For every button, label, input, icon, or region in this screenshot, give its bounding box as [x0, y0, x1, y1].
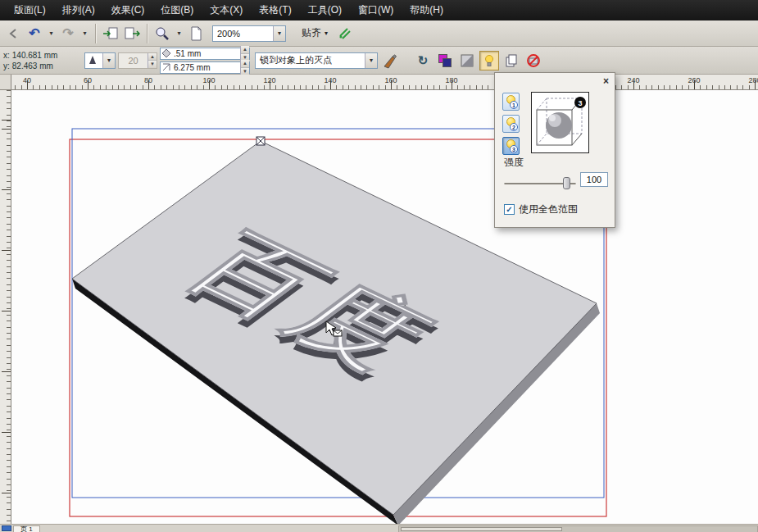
undo-icon: ↶ — [29, 27, 39, 40]
clear-extrude-icon — [526, 53, 541, 68]
menu-item-8[interactable]: 窗口(W) — [351, 1, 401, 20]
import-icon — [102, 26, 119, 41]
lighting-preview-cube: 3 — [532, 93, 588, 152]
zoom-level-dropdown[interactable]: ▾ — [273, 26, 285, 41]
menu-item-9[interactable]: 帮助(H) — [402, 1, 451, 20]
outline-preset-dropdown[interactable]: ▾ — [84, 52, 116, 69]
snap-label: 贴齐 — [302, 26, 321, 40]
vanishing-point-combo[interactable]: 锁到对象上的灭点 ▾ — [255, 52, 378, 69]
standard-toolbar: ↶ ▾ ↷ ▾ ▾ — [0, 20, 758, 47]
property-bar: x: 140.681 mm y: 82.463 mm ▾ 20 ▲▼ .51 m… — [0, 47, 758, 75]
horizontal-ruler[interactable]: 406080100120140160180200220240260280 — [0, 75, 758, 90]
light-buttons: 123 — [502, 93, 520, 155]
undo-button[interactable]: ↶ — [25, 24, 44, 43]
preset-spinner-value: 20 — [119, 56, 148, 66]
page-nav-icon[interactable] — [2, 525, 11, 531]
light-2-button[interactable]: 2 — [502, 115, 520, 133]
intensity-slider[interactable] — [504, 177, 576, 189]
light-1-button[interactable]: 1 — [502, 93, 520, 111]
menu-item-1[interactable]: 版面(L) — [7, 1, 53, 20]
zoom-tool-dropdown[interactable]: ▾ — [174, 25, 184, 43]
intensity-input[interactable] — [580, 172, 608, 187]
vanishing-point-arrow[interactable]: ▾ — [365, 53, 377, 68]
zoom-level-value: 200% — [213, 29, 273, 39]
light-3-button[interactable]: 3 — [502, 137, 520, 155]
redo-button[interactable]: ↷ — [58, 24, 78, 43]
preset-spinner[interactable]: 20 ▲▼ — [118, 52, 157, 69]
ruler-label-160: 160 — [384, 76, 397, 84]
canvas[interactable]: 百度 百度 — [0, 90, 758, 524]
ruler-label-260: 260 — [688, 76, 700, 84]
menu-item-4[interactable]: 位图(B) — [153, 1, 201, 20]
light-number: 2 — [510, 123, 518, 131]
undo-dropdown[interactable]: ▾ — [46, 25, 57, 43]
intensity-label: 强度 — [504, 156, 524, 170]
zoom-tool-button[interactable] — [152, 24, 172, 43]
snap-dropdown[interactable]: 贴齐 ▾ — [296, 24, 334, 43]
menu-bar: 版面(L)排列(A)效果(C)位图(B)文本(X)表格(T)工具(O)窗口(W)… — [0, 0, 758, 20]
extrude-color-button[interactable] — [435, 51, 455, 70]
zoom-level-combo[interactable]: 200% ▾ — [212, 25, 286, 42]
menu-item-2[interactable]: 排列(A) — [55, 1, 102, 20]
y-value: 82.463 mm — [12, 61, 53, 70]
separator — [147, 24, 148, 43]
ruler-corner[interactable] — [0, 75, 11, 90]
vertical-ruler[interactable] — [0, 90, 11, 524]
snap-options-icon — [338, 26, 352, 41]
bevel-depth-icon — [161, 62, 171, 72]
ruler-label-60: 60 — [84, 76, 92, 84]
depth-field[interactable]: .51 mm ▲▼ — [160, 48, 250, 60]
redo-dropdown[interactable]: ▾ — [79, 25, 90, 43]
menu-item-7[interactable]: 工具(O) — [301, 1, 349, 20]
page-tab-label: 页 1 — [20, 525, 33, 532]
ruler-label-240: 240 — [627, 76, 639, 84]
lighting-preview[interactable]: 3 — [531, 92, 589, 153]
zoom-tool-icon — [155, 26, 170, 41]
depth-spinner[interactable]: ▲▼ — [240, 46, 249, 61]
menu-item-6[interactable]: 表格(T) — [252, 1, 298, 20]
lightbulb-icon — [483, 54, 496, 67]
ruler-label-80: 80 — [144, 76, 152, 84]
full-color-checkbox[interactable]: ✓ — [504, 204, 515, 215]
horizontal-scrollbar[interactable] — [398, 525, 758, 532]
clear-extrude-button[interactable] — [524, 51, 543, 70]
extrude-rotation-button[interactable]: ↻ — [413, 51, 433, 70]
copy-icon — [504, 53, 519, 68]
slider-handle[interactable] — [563, 177, 570, 189]
extrude-bevel-button[interactable] — [457, 51, 477, 70]
extrude-lighting-button[interactable] — [479, 51, 499, 70]
bevel-depth-value: 6.275 mm — [172, 63, 240, 72]
vp-brush-button[interactable] — [380, 51, 400, 70]
import-button[interactable] — [101, 24, 120, 43]
copy-extrude-button[interactable] — [502, 51, 521, 70]
separator — [95, 24, 96, 43]
page-tab[interactable]: 页 1 — [13, 525, 40, 532]
scrollbar-thumb[interactable] — [401, 527, 562, 531]
status-bar: 页 1 — [0, 524, 758, 532]
bevel-icon — [460, 53, 474, 68]
export-button[interactable] — [122, 24, 142, 43]
x-value: 140.681 mm — [12, 51, 58, 60]
full-color-row: ✓ 使用全色范围 — [504, 202, 578, 216]
panel-close-button[interactable]: × — [600, 75, 612, 87]
ruler-label-140: 140 — [324, 76, 336, 84]
vanishing-point-value: 锁到对象上的灭点 — [256, 54, 365, 66]
bevel-depth-spinner[interactable]: ▲▼ — [240, 60, 249, 75]
page-preview-button[interactable] — [186, 24, 206, 43]
back-arrow-icon — [7, 27, 20, 40]
bevel-depth-field[interactable]: 6.275 mm ▲▼ — [160, 61, 250, 74]
ruler-label-40: 40 — [23, 76, 31, 84]
vanishing-point-marker[interactable] — [256, 137, 265, 145]
snap-options-button[interactable] — [335, 24, 355, 43]
coreldraw-window: 版面(L)排列(A)效果(C)位图(B)文本(X)表格(T)工具(O)窗口(W)… — [0, 0, 758, 532]
extrude-lighting-panel: × 123 3 强度 ✓ 使用全色范围 — [494, 72, 615, 228]
rotate-icon: ↻ — [418, 54, 429, 66]
export-icon — [124, 26, 140, 41]
ruler-label-120: 120 — [263, 76, 275, 84]
preset-spinner-arrows[interactable]: ▲▼ — [148, 53, 157, 68]
menu-item-3[interactable]: 效果(C) — [104, 1, 152, 20]
toolbar-extra-button[interactable] — [3, 24, 23, 43]
menu-item-5[interactable]: 文本(X) — [202, 1, 250, 20]
outline-preset-arrow[interactable]: ▾ — [102, 53, 115, 68]
extrude-depth-fields: .51 mm ▲▼ 6.275 mm ▲▼ — [160, 48, 250, 74]
